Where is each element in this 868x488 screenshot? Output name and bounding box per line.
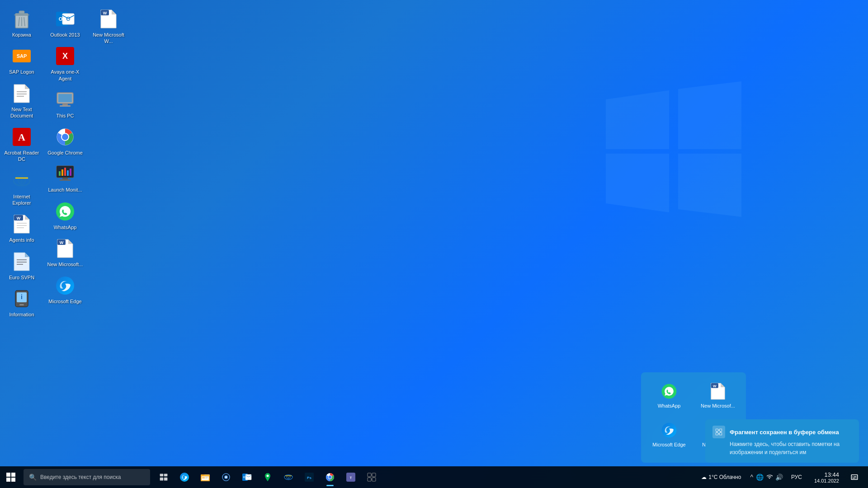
- desktop-icon-information[interactable]: i Information: [0, 284, 43, 321]
- svg-rect-49: [59, 171, 61, 176]
- svg-rect-78: [160, 478, 164, 481]
- weather-area[interactable]: ☁ 1°C Облачно: [698, 472, 745, 482]
- action-center-button[interactable]: [844, 467, 864, 487]
- thumbnail-new-ms-label: New Microsof...: [701, 403, 735, 408]
- svg-rect-90: [245, 474, 251, 480]
- taskbar-snip[interactable]: [362, 467, 382, 487]
- new-text-doc-label: New Text Document: [4, 106, 40, 119]
- desktop-icon-euro-svpn[interactable]: Euro SVPN: [0, 247, 43, 284]
- snip-notification[interactable]: Фрагмент сохранен в буфере обмена Нажмит…: [705, 419, 859, 463]
- desktop-icon-new-ms-word2[interactable]: W New Microsoft W...: [87, 5, 130, 48]
- thumbnail-edge[interactable]: Microsoft Edge: [648, 418, 690, 455]
- desktop-icon-new-text-doc[interactable]: New Text Document: [0, 79, 43, 123]
- svg-text:e: e: [288, 476, 289, 479]
- svg-text:O: O: [59, 16, 63, 22]
- information-label: Information: [9, 311, 34, 318]
- desktop-icon-acrobat[interactable]: A Acrobat Reader DC: [0, 122, 43, 166]
- desktop-icon-this-pc[interactable]: This PC: [43, 85, 87, 122]
- avaya-label: Avaya one-X Agent: [47, 69, 83, 82]
- desktop-icon-ie[interactable]: e Internet Explorer: [0, 166, 43, 210]
- new-text-doc-icon: [11, 83, 33, 104]
- this-pc-label: This PC: [56, 113, 74, 119]
- this-pc-icon: [54, 89, 76, 111]
- ie-label: Internet Explorer: [4, 193, 40, 206]
- sap-logon-icon: SAP: [11, 45, 33, 67]
- thumbnail-new-ms[interactable]: W New Microsof...: [697, 380, 739, 411]
- svg-text:Ps: Ps: [307, 476, 311, 480]
- tray-chevron[interactable]: ^: [750, 474, 753, 481]
- launch-monitor-label: Launch Monit...: [48, 187, 82, 193]
- taskbar-ie[interactable]: e: [278, 467, 298, 487]
- svg-rect-75: [11, 478, 15, 482]
- taskbar-explorer[interactable]: [195, 467, 215, 487]
- svg-rect-2: [19, 11, 24, 14]
- desktop-icon-agents-info[interactable]: W Agents info: [0, 210, 43, 247]
- taskbar-right: ☁ 1°C Облачно ^ 🌐 🔊 РУС 13:44 14.01.202: [698, 467, 868, 487]
- svg-text:W: W: [60, 240, 64, 245]
- taskbar-cortana[interactable]: [216, 467, 236, 487]
- weather-text: 1°C Облачно: [708, 474, 741, 480]
- svg-rect-79: [164, 478, 168, 481]
- tray-network[interactable]: 🌐: [756, 474, 764, 481]
- thumbnail-whatsapp[interactable]: WhatsApp: [648, 380, 690, 411]
- svg-rect-107: [372, 478, 376, 481]
- recycle-bin-label: Корзина: [12, 32, 31, 38]
- launch-monitor-icon: [54, 163, 76, 185]
- tray-volume[interactable]: 🔊: [775, 474, 783, 481]
- acrobat-label: Acrobat Reader DC: [4, 150, 40, 163]
- euro-svpn-label: Euro SVPN: [9, 274, 34, 281]
- svg-point-92: [267, 475, 269, 477]
- thumbnail-whatsapp-label: WhatsApp: [658, 403, 681, 408]
- svg-text:e: e: [20, 178, 23, 184]
- snip-app-icon: [712, 426, 725, 438]
- desktop-icon-ms-edge[interactable]: Microsoft Edge: [43, 271, 87, 308]
- language-indicator[interactable]: РУС: [788, 472, 805, 482]
- clock-area[interactable]: 13:44 14.01.2022: [807, 470, 843, 484]
- desktop-icon-outlook[interactable]: O O O Outlook 2013: [43, 5, 87, 42]
- svg-rect-105: [372, 473, 376, 477]
- svg-text:i: i: [21, 293, 23, 300]
- svg-text:W: W: [103, 11, 107, 15]
- sap-logon-label: SAP Logon: [9, 69, 34, 75]
- taskbar: 🔍 Введите здесь текст для поиска: [0, 466, 868, 488]
- svg-text:O: O: [66, 16, 70, 22]
- ms-edge-label: Microsoft Edge: [48, 298, 81, 305]
- new-ms-word2-icon: W: [98, 8, 119, 30]
- desktop-icon-launch-monitor[interactable]: Launch Monit...: [43, 160, 87, 197]
- windows-logo-watermark: [606, 54, 741, 244]
- ms-edge-icon: [54, 275, 76, 296]
- svg-rect-83: [202, 477, 205, 479]
- taskbar-chrome[interactable]: [320, 467, 340, 487]
- taskbar-search[interactable]: 🔍 Введите здесь текст для поиска: [24, 469, 150, 485]
- agents-info-icon: W: [11, 213, 33, 235]
- search-icon: 🔍: [29, 474, 37, 481]
- start-button[interactable]: [0, 466, 22, 488]
- desktop-icon-new-ms-word[interactable]: W New Microsoft...: [43, 234, 87, 271]
- tray-wifi[interactable]: [766, 474, 773, 481]
- desktop-icon-sap-logon[interactable]: SAP SAP Logon: [0, 42, 43, 79]
- snip-notification-header: Фрагмент сохранен в буфере обмена: [712, 426, 852, 438]
- taskbar-edge[interactable]: [175, 467, 194, 487]
- taskbar-photoshop[interactable]: Ps: [299, 467, 319, 487]
- svg-point-80: [180, 473, 189, 482]
- desktop-icon-avaya[interactable]: X Avaya one-X Agent: [43, 42, 87, 85]
- desktop-icon-whatsapp[interactable]: WhatsApp: [43, 197, 87, 234]
- svg-text:A: A: [18, 131, 25, 143]
- svg-point-59: [56, 277, 74, 295]
- taskbar-outlook[interactable]: O: [237, 467, 257, 487]
- taskbar-task-view[interactable]: [154, 467, 174, 487]
- desktop-icon-recycle-bin[interactable]: Корзина: [0, 5, 43, 42]
- system-tray: ^ 🌐 🔊: [746, 472, 787, 483]
- google-chrome-label: Google Chrome: [47, 150, 83, 156]
- svg-rect-52: [67, 170, 69, 176]
- svg-point-101: [329, 476, 332, 479]
- svg-text:SAP: SAP: [17, 53, 27, 59]
- taskbar-maps[interactable]: [258, 467, 278, 487]
- svg-rect-40: [58, 94, 72, 102]
- svg-rect-73: [11, 473, 15, 477]
- svg-text:T: T: [350, 476, 352, 479]
- svg-rect-42: [60, 105, 71, 107]
- desktop-icon-google-chrome[interactable]: Google Chrome: [43, 122, 87, 160]
- taskbar-teams[interactable]: T: [341, 467, 361, 487]
- thumbnail-new-ms-icon: W: [709, 382, 727, 400]
